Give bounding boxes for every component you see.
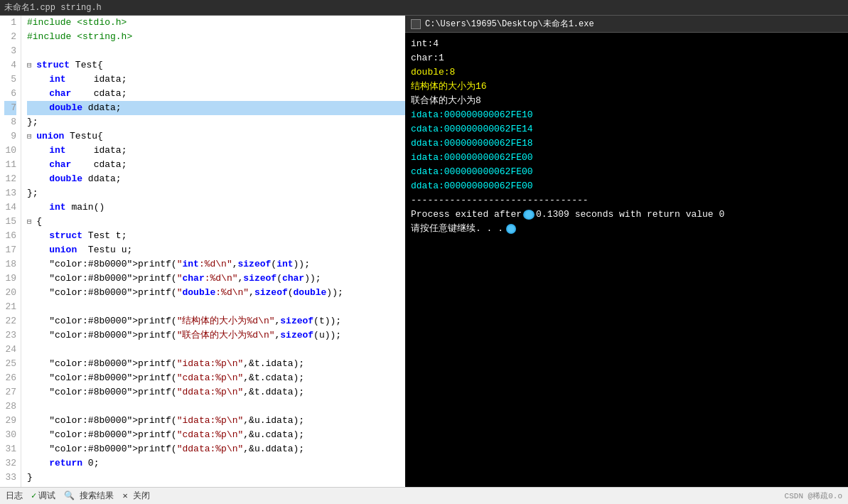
bottom-watermark: CSDN @稀疏0.o (785, 490, 842, 501)
code-line-5: int idata; (27, 73, 405, 87)
code-line-12: double ddata; (27, 172, 405, 186)
terminal-icon (411, 19, 421, 29)
bottom-item-2[interactable]: 🔍 搜索结果 (64, 490, 114, 502)
code-line-30: "color:#8b0000">printf("cdata:%p\n",&u.c… (27, 428, 405, 442)
terminal-line-13: Process exited after0.1309 seconds with … (411, 208, 842, 222)
code-line-21 (27, 300, 405, 314)
terminal-line-1: char:1 (411, 51, 842, 65)
terminal-line-9: cdata:000000000062FE00 (411, 165, 842, 179)
code-line-9: ⊟ union Testu{ (27, 129, 405, 144)
terminal-line-4: 联合体的大小为8 (411, 94, 842, 108)
code-lines: #include <stdio.h>#include <string.h>⊟ s… (21, 16, 405, 487)
terminal-titlebar: C:\Users\19695\Desktop\未命名1.exe (405, 16, 848, 33)
code-line-8: }; (27, 115, 405, 129)
top-bar: 未命名1.cpp string.h (0, 0, 848, 16)
bottom-item-0[interactable]: 日志 (6, 490, 23, 502)
code-line-31: "color:#8b0000">printf("ddata:%p\n",&u.d… (27, 442, 405, 456)
terminal-line-10: ddata:000000000062FE00 (411, 179, 842, 193)
terminal-line-5: idata:000000000062FE10 (411, 108, 842, 122)
code-line-1: #include <stdio.h> (27, 16, 405, 30)
code-line-19: "color:#8b0000">printf("char:%d\n",sizeo… (27, 272, 405, 286)
code-line-25: "color:#8b0000">printf("idata:%p\n",&t.i… (27, 357, 405, 371)
terminal-pane: C:\Users\19695\Desktop\未命名1.exe int:4cha… (405, 16, 848, 487)
code-line-24 (27, 343, 405, 357)
code-line-29: "color:#8b0000">printf("idata:%p\n",&u.i… (27, 414, 405, 428)
code-line-6: char cdata; (27, 87, 405, 101)
code-line-2: #include <string.h> (27, 30, 405, 44)
bottom-item-1[interactable]: ✓ 调试 (31, 490, 55, 502)
code-line-14: int main() (27, 200, 405, 215)
code-line-17: union Testu u; (27, 243, 405, 257)
terminal-body: int:4char:1double:8结构体的大小为16联合体的大小为8idat… (405, 33, 848, 487)
code-pane: 1234567891011121314151617181920212223242… (0, 16, 405, 487)
terminal-line-7: ddata:000000000062FE18 (411, 136, 842, 151)
terminal-line-6: cdata:000000000062FE14 (411, 122, 842, 136)
code-line-32: return 0; (27, 456, 405, 471)
code-line-16: struct Test t; (27, 229, 405, 243)
code-line-22: "color:#8b0000">printf("结构体的大小为%d\n",siz… (27, 314, 405, 328)
code-line-18: "color:#8b0000">printf("int:%d\n",sizeof… (27, 257, 405, 272)
code-line-10: int idata; (27, 144, 405, 158)
code-line-23: "color:#8b0000">printf("联合体的大小为%d\n",siz… (27, 328, 405, 343)
code-line-20: "color:#8b0000">printf("double:%d\n",siz… (27, 286, 405, 300)
terminal-line-0: int:4 (411, 37, 842, 51)
terminal-line-14: 请按任意键继续. . . (411, 222, 842, 236)
terminal-line-3: 结构体的大小为16 (411, 80, 842, 94)
terminal-line-2: double:8 (411, 65, 842, 80)
code-line-3 (27, 44, 405, 58)
code-line-11: char cdata; (27, 158, 405, 172)
main-area: 1234567891011121314151617181920212223242… (0, 16, 848, 487)
code-line-27: "color:#8b0000">printf("ddata:%p\n",&t.d… (27, 385, 405, 400)
code-line-33: } (27, 471, 405, 485)
terminal-line-12: -------------------------------- (411, 193, 842, 208)
code-content: 1234567891011121314151617181920212223242… (0, 16, 405, 487)
code-line-26: "color:#8b0000">printf("cdata:%p\n",&t.c… (27, 371, 405, 385)
line-numbers: 1234567891011121314151617181920212223242… (0, 16, 21, 487)
code-line-28 (27, 400, 405, 414)
code-line-4: ⊟ struct Test{ (27, 58, 405, 73)
bottom-bar: 日志✓ 调试🔍 搜索结果✕ 关闭CSDN @稀疏0.o (0, 487, 848, 504)
top-bar-text: 未命名1.cpp string.h (4, 3, 102, 13)
code-line-15: ⊟ { (27, 215, 405, 229)
code-line-13: }; (27, 186, 405, 200)
code-line-7: double ddata; (27, 101, 405, 115)
bottom-item-3[interactable]: ✕ 关闭 (122, 490, 149, 502)
terminal-line-8: idata:000000000062FE00 (411, 151, 842, 165)
terminal-title: C:\Users\19695\Desktop\未命名1.exe (425, 18, 594, 30)
